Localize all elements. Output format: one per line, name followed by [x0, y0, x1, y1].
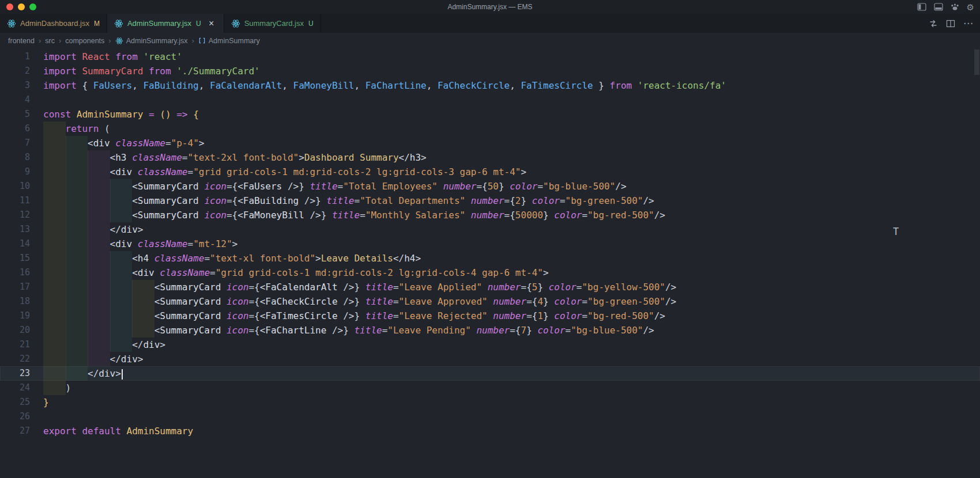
git-status-badge: U — [196, 20, 201, 28]
line-number[interactable]: 5 — [0, 107, 30, 122]
code-line[interactable]: 22 </div> — [0, 352, 980, 366]
code-line[interactable]: 20 <SummaryCard icon={<FaChartLine />} t… — [0, 323, 980, 337]
close-tab-icon[interactable]: × — [206, 18, 217, 29]
react-file-icon — [114, 19, 123, 28]
git-status-badge: M — [94, 20, 100, 28]
code-line[interactable]: 5const AdminSummary = () => { — [0, 107, 980, 122]
code-text: <SummaryCard icon={<FaMoneyBill />} titl… — [43, 208, 980, 222]
code-text: const AdminSummary = () => { — [43, 107, 980, 122]
code-text: <SummaryCard icon={<FaChartLine />} titl… — [43, 323, 980, 337]
code-line[interactable]: 27export default AdminSummary — [0, 424, 980, 438]
code-line[interactable]: 16 <div className="grid grid-cols-1 md:g… — [0, 265, 980, 280]
code-line[interactable]: 24 ) — [0, 381, 980, 395]
scrollbar-thumb[interactable] — [974, 50, 979, 75]
code-text: <SummaryCard icon={<FaCheckCircle />} ti… — [43, 294, 980, 309]
breadcrumb-item-frontend[interactable]: frontend — [8, 37, 35, 45]
line-number[interactable]: 19 — [0, 309, 30, 323]
line-number[interactable]: 8 — [0, 150, 30, 165]
tab-admin-summary[interactable]: AdminSummary.jsx U × — [107, 14, 224, 33]
code-line[interactable]: 23 </div> — [0, 366, 980, 381]
zoom-window-button[interactable] — [29, 3, 36, 10]
breadcrumb-item-components[interactable]: components — [65, 37, 104, 45]
code-line[interactable]: 13 </div> — [0, 222, 980, 237]
line-number[interactable]: 6 — [0, 122, 30, 136]
breadcrumb-item-symbol[interactable]: AdminSummary — [198, 37, 260, 45]
open-changes-icon[interactable] — [929, 19, 938, 28]
breadcrumb-item-src[interactable]: src — [45, 37, 55, 45]
line-number[interactable]: 12 — [0, 208, 30, 222]
code-line[interactable]: 25} — [0, 395, 980, 409]
line-number[interactable]: 13 — [0, 222, 30, 237]
line-number[interactable]: 21 — [0, 337, 30, 352]
code-text: export default AdminSummary — [43, 424, 980, 438]
line-number[interactable]: 3 — [0, 78, 30, 93]
minimap-text-artifact: T — [893, 226, 899, 237]
code-line[interactable]: 9 <div className="grid grid-cols-1 md:gr… — [0, 165, 980, 179]
code-line[interactable]: 21 </div> — [0, 337, 980, 352]
line-number[interactable]: 9 — [0, 165, 30, 179]
split-editor-icon[interactable] — [946, 19, 955, 28]
tab-label: AdminSummary.jsx — [127, 19, 191, 28]
breadcrumb: frontend › src › components › AdminSumma… — [0, 33, 980, 48]
paw-icon[interactable] — [951, 3, 959, 11]
line-number[interactable]: 4 — [0, 93, 30, 107]
code-text: <SummaryCard icon={<FaUsers />} title="T… — [43, 179, 980, 194]
more-actions-icon[interactable]: ⋯ — [963, 18, 973, 28]
line-number[interactable]: 14 — [0, 237, 30, 251]
line-number[interactable]: 15 — [0, 251, 30, 265]
code-line[interactable]: 19 <SummaryCard icon={<FaTimesCircle />}… — [0, 309, 980, 323]
minimize-window-button[interactable] — [18, 3, 25, 10]
line-number[interactable]: 17 — [0, 280, 30, 294]
window-controls — [6, 3, 36, 10]
code-text: <div className="grid grid-cols-1 md:grid… — [43, 265, 980, 280]
code-line[interactable]: 2import SummaryCard from './SummaryCard' — [0, 64, 980, 78]
line-number[interactable]: 20 — [0, 323, 30, 337]
code-line[interactable]: 10 <SummaryCard icon={<FaUsers />} title… — [0, 179, 980, 194]
line-number[interactable]: 26 — [0, 409, 30, 424]
line-number[interactable]: 7 — [0, 136, 30, 150]
line-number[interactable]: 18 — [0, 294, 30, 309]
code-line[interactable]: 18 <SummaryCard icon={<FaCheckCircle />}… — [0, 294, 980, 309]
line-number[interactable]: 25 — [0, 395, 30, 409]
chevron-right-icon: › — [59, 36, 61, 45]
breadcrumb-item-file[interactable]: AdminSummary.jsx — [115, 37, 188, 45]
react-file-icon — [115, 37, 123, 45]
code-line[interactable]: 4 — [0, 93, 980, 107]
code-line[interactable]: 12 <SummaryCard icon={<FaMoneyBill />} t… — [0, 208, 980, 222]
line-number[interactable]: 23 — [0, 366, 30, 381]
line-number[interactable]: 11 — [0, 194, 30, 208]
gear-icon[interactable]: ⚙ — [967, 3, 974, 12]
line-number[interactable]: 16 — [0, 265, 30, 280]
editor-actions: ⋯ — [929, 14, 973, 33]
code-text: <div className="p-4"> — [43, 136, 980, 150]
titlebar: AdminSummary.jsx — EMS ⚙ — [0, 0, 980, 14]
text-cursor — [122, 369, 123, 380]
code-line[interactable]: 7 <div className="p-4"> — [0, 136, 980, 150]
line-number[interactable]: 1 — [0, 50, 30, 64]
code-line[interactable]: 6 return ( — [0, 122, 980, 136]
close-window-button[interactable] — [6, 3, 13, 10]
layout-panel-icon[interactable] — [934, 3, 943, 11]
line-number[interactable]: 2 — [0, 64, 30, 78]
line-number[interactable]: 10 — [0, 179, 30, 194]
code-line[interactable]: 26 — [0, 409, 980, 424]
layout-sidebar-icon[interactable] — [917, 3, 926, 11]
code-line[interactable]: 17 <SummaryCard icon={<FaCalendarAlt />}… — [0, 280, 980, 294]
code-editor[interactable]: 1import React from 'react'2import Summar… — [0, 48, 980, 478]
code-text: <div className="grid grid-cols-1 md:grid… — [43, 165, 980, 179]
tab-admin-dashboard[interactable]: AdminDashboard.jsx M — [0, 14, 107, 33]
code-line[interactable]: 3import { FaUsers, FaBuilding, FaCalenda… — [0, 78, 980, 93]
tab-summary-card[interactable]: SummaryCard.jsx U — [224, 14, 321, 33]
tab-label: SummaryCard.jsx — [244, 19, 304, 28]
code-text — [43, 409, 980, 424]
code-line[interactable]: 1import React from 'react' — [0, 50, 980, 64]
code-text: </div> — [43, 366, 980, 381]
code-line[interactable]: 15 <h4 className="text-xl font-bold">Lea… — [0, 251, 980, 265]
line-number[interactable]: 27 — [0, 424, 30, 438]
code-line[interactable]: 11 <SummaryCard icon={<FaBuilding />} ti… — [0, 194, 980, 208]
code-line[interactable]: 14 <div className="mt-12"> — [0, 237, 980, 251]
line-number[interactable]: 24 — [0, 381, 30, 395]
code-line[interactable]: 8 <h3 className="text-2xl font-bold">Das… — [0, 150, 980, 165]
code-text: <SummaryCard icon={<FaTimesCircle />} ti… — [43, 309, 980, 323]
line-number[interactable]: 22 — [0, 352, 30, 366]
